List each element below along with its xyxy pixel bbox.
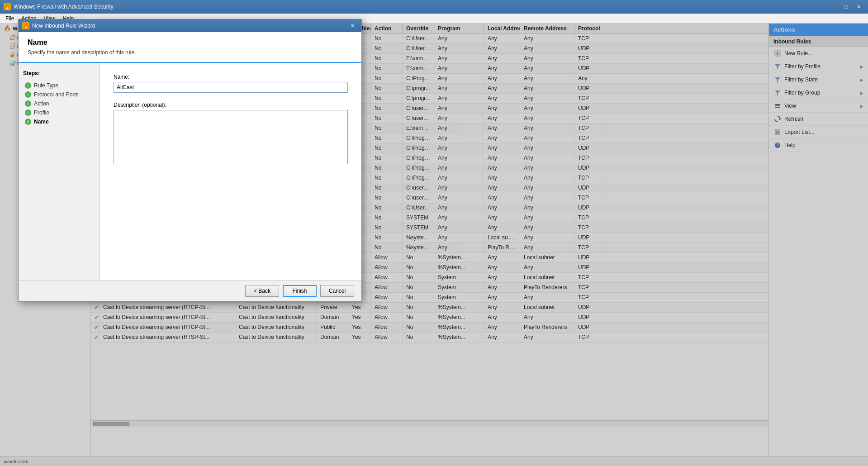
app-title: Windows Firewall with Advanced Security [14,4,827,10]
step-dot-protocol-ports [25,91,31,98]
wizard-page-subtitle: Specify the name and description of this… [28,49,352,56]
finish-button[interactable]: Finish [283,285,317,297]
wizard-close-button[interactable]: ✕ [348,21,358,30]
name-label: Name: [114,74,348,80]
wizard-page-title: Name [28,38,352,47]
minimize-button[interactable]: ─ [827,2,839,12]
wizard-icon: 🔥 [22,22,29,29]
steps-panel: Steps: Rule Type Protocol and Ports Acti… [19,63,100,280]
step-label-action: Action [34,100,49,107]
step-label-name: Name [34,119,49,125]
wizard-content: Name: Description (optional): [100,63,361,280]
close-button[interactable]: ✕ [853,2,864,12]
menu-file[interactable]: File [2,14,18,23]
step-name: Name [23,117,95,126]
steps-label: Steps: [23,70,95,76]
cancel-button[interactable]: Cancel [320,285,354,297]
app-icon: 🔥 [4,3,11,10]
maximize-button[interactable]: □ [840,2,852,12]
window-controls: ─ □ ✕ [827,2,864,12]
step-dot-profile [25,109,31,116]
wizard-dialog: 🔥 New Inbound Rule Wizard ✕ Name Specify… [18,19,362,302]
wizard-header: Name Specify the name and description of… [19,32,361,63]
step-label-rule-type: Rule Type [34,82,58,89]
step-label-protocol-ports: Protocol and Ports [34,91,79,98]
step-dot-rule-type [25,82,31,89]
form-group-name: Name: [114,74,348,93]
desc-label: Description (optional): [114,102,348,108]
wizard-title: New Inbound Rule Wizard [32,23,348,29]
back-button[interactable]: < Back [245,285,279,297]
step-rule-type: Rule Type [23,81,95,90]
step-protocol-ports: Protocol and Ports [23,90,95,99]
wizard-footer: < Back Finish Cancel [19,280,361,301]
title-bar: 🔥 Windows Firewall with Advanced Securit… [0,0,868,14]
description-textarea[interactable] [114,110,348,164]
form-group-desc: Description (optional): [114,102,348,166]
wizard-body: Steps: Rule Type Protocol and Ports Acti… [19,63,361,280]
step-dot-action [25,100,31,107]
step-dot-name [25,119,31,125]
step-label-profile: Profile [34,109,49,116]
name-input[interactable] [114,82,348,93]
step-action: Action [23,99,95,108]
wizard-title-bar: 🔥 New Inbound Rule Wizard ✕ [19,19,361,32]
step-profile: Profile [23,108,95,117]
